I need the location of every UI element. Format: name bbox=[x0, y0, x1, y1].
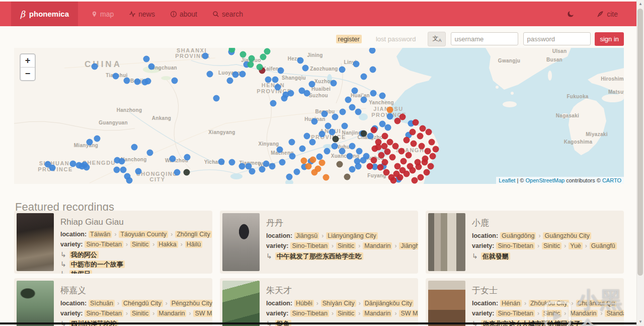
recording-marker[interactable] bbox=[382, 133, 388, 140]
story-link[interactable]: 中坜市的一个故事 bbox=[69, 260, 125, 268]
recording-marker[interactable] bbox=[339, 148, 346, 155]
recording-marker[interactable] bbox=[174, 169, 181, 176]
recording-marker[interactable] bbox=[399, 114, 406, 120]
location-link[interactable]: Sìchuān bbox=[89, 300, 115, 307]
recording-marker[interactable] bbox=[305, 163, 312, 170]
recording-marker[interactable] bbox=[424, 169, 430, 176]
recording-marker[interactable] bbox=[213, 95, 220, 102]
recording-marker[interactable] bbox=[49, 165, 56, 171]
recording-marker[interactable] bbox=[134, 79, 141, 85]
recording-marker[interactable] bbox=[319, 160, 326, 166]
recording-marker[interactable] bbox=[324, 148, 331, 155]
variety-link[interactable]: Jiānghuái bbox=[399, 242, 418, 249]
recording-marker[interactable] bbox=[227, 78, 233, 84]
nav-item-news[interactable]: news bbox=[129, 10, 155, 18]
recording-marker[interactable] bbox=[259, 166, 266, 173]
recording-marker[interactable] bbox=[342, 123, 348, 129]
recording-marker[interactable] bbox=[331, 80, 337, 87]
nav-item-map[interactable]: map bbox=[91, 10, 114, 18]
recording-marker[interactable] bbox=[378, 152, 385, 159]
recording-marker[interactable] bbox=[370, 67, 376, 73]
recording-marker[interactable] bbox=[249, 55, 255, 62]
recording-marker[interactable] bbox=[355, 163, 362, 170]
recording-marker[interactable] bbox=[325, 123, 332, 129]
recording-marker[interactable] bbox=[145, 78, 151, 85]
sign-in-button[interactable]: sign in bbox=[595, 32, 624, 46]
recording-marker[interactable] bbox=[87, 139, 93, 146]
story-link[interactable]: 放假日 bbox=[69, 270, 92, 274]
recording-marker[interactable] bbox=[329, 129, 336, 136]
recording-marker[interactable] bbox=[113, 73, 119, 80]
speaker-photo[interactable] bbox=[428, 281, 465, 326]
recording-marker[interactable] bbox=[84, 164, 90, 171]
recording-marker[interactable] bbox=[400, 158, 407, 165]
speaker-name[interactable]: 桺嘉义 bbox=[60, 285, 210, 296]
recording-marker[interactable] bbox=[304, 133, 310, 140]
recording-marker[interactable] bbox=[126, 177, 133, 184]
recording-marker[interactable] bbox=[309, 139, 316, 146]
recording-marker[interactable] bbox=[410, 129, 416, 136]
recording-marker[interactable] bbox=[302, 65, 309, 72]
location-link[interactable]: Húběi bbox=[294, 300, 314, 307]
recording-marker[interactable] bbox=[147, 150, 153, 156]
location-link[interactable]: Zhōukǒu City bbox=[529, 300, 569, 307]
map-container[interactable]: CHINASHAANXIPROVINCEHENANPROVINCEJIANGSU… bbox=[14, 48, 624, 184]
variety-link[interactable]: Sinitic bbox=[336, 242, 356, 249]
recording-marker[interactable] bbox=[270, 100, 277, 107]
speaker-name[interactable]: 于女士 bbox=[472, 285, 621, 296]
recording-marker[interactable] bbox=[356, 148, 363, 155]
leaflet-link[interactable]: Leaflet bbox=[499, 177, 515, 183]
recording-marker[interactable] bbox=[387, 113, 393, 120]
story-link[interactable]: 我的阿公 bbox=[69, 251, 99, 258]
recording-marker[interactable] bbox=[379, 121, 386, 127]
recording-marker[interactable] bbox=[387, 107, 393, 113]
recording-marker[interactable] bbox=[310, 157, 316, 163]
recording-marker[interactable] bbox=[370, 90, 377, 97]
location-link[interactable]: Liányúngǎng City bbox=[326, 232, 378, 239]
recording-marker[interactable] bbox=[332, 114, 339, 120]
recording-marker[interactable] bbox=[340, 109, 346, 115]
carto-link[interactable]: CARTO bbox=[602, 177, 621, 183]
recording-marker[interactable] bbox=[281, 95, 288, 102]
recording-marker[interactable] bbox=[119, 158, 125, 165]
scrollbar[interactable]: ▲ ▼ bbox=[636, 0, 644, 326]
variety-link[interactable]: Hǎilù bbox=[185, 241, 203, 248]
recording-marker[interactable] bbox=[361, 97, 367, 103]
location-link[interactable]: Táoyuán County bbox=[119, 231, 168, 238]
recording-marker[interactable] bbox=[184, 169, 190, 176]
variety-link[interactable]: Standard Mandarin bbox=[605, 310, 624, 317]
recording-marker[interactable] bbox=[381, 143, 388, 150]
recording-marker[interactable] bbox=[371, 127, 377, 134]
variety-link[interactable]: Sino-Tibetan bbox=[290, 310, 329, 317]
recording-marker[interactable] bbox=[422, 159, 428, 166]
zoom-in-button[interactable]: + bbox=[21, 54, 35, 68]
recording-marker[interactable] bbox=[355, 109, 362, 115]
recording-marker[interactable] bbox=[202, 53, 209, 59]
zoom-out-button[interactable]: − bbox=[21, 68, 35, 80]
recording-marker[interactable] bbox=[218, 159, 225, 165]
recording-marker[interactable] bbox=[269, 163, 276, 170]
recording-marker[interactable] bbox=[385, 124, 391, 131]
cite-button[interactable]: cite bbox=[597, 10, 618, 18]
recording-marker[interactable] bbox=[309, 81, 315, 88]
variety-link[interactable]: Sino-Tibetan bbox=[496, 310, 534, 317]
speaker-photo[interactable] bbox=[17, 281, 54, 326]
variety-link[interactable]: SW Mandarin bbox=[193, 310, 212, 317]
recording-marker[interactable] bbox=[361, 131, 367, 137]
location-link[interactable]: Chéngdū City bbox=[122, 300, 163, 307]
nav-item-about[interactable]: about bbox=[170, 10, 197, 18]
recording-marker[interactable] bbox=[184, 154, 191, 161]
recording-marker[interactable] bbox=[94, 136, 101, 142]
recording-marker[interactable] bbox=[232, 72, 239, 78]
recording-marker[interactable] bbox=[411, 141, 417, 147]
recording-marker[interactable] bbox=[311, 118, 318, 125]
recording-marker[interactable] bbox=[394, 163, 401, 170]
recording-marker[interactable] bbox=[207, 71, 213, 78]
recording-marker[interactable] bbox=[382, 159, 388, 166]
recording-marker[interactable] bbox=[297, 57, 304, 64]
location-link[interactable]: Shíyàn City bbox=[321, 300, 356, 307]
recording-marker[interactable] bbox=[397, 174, 404, 181]
location-link[interactable]: Péngzhōu City bbox=[170, 300, 212, 307]
variety-link[interactable]: Yuè bbox=[569, 242, 583, 249]
recording-marker[interactable] bbox=[433, 146, 439, 153]
